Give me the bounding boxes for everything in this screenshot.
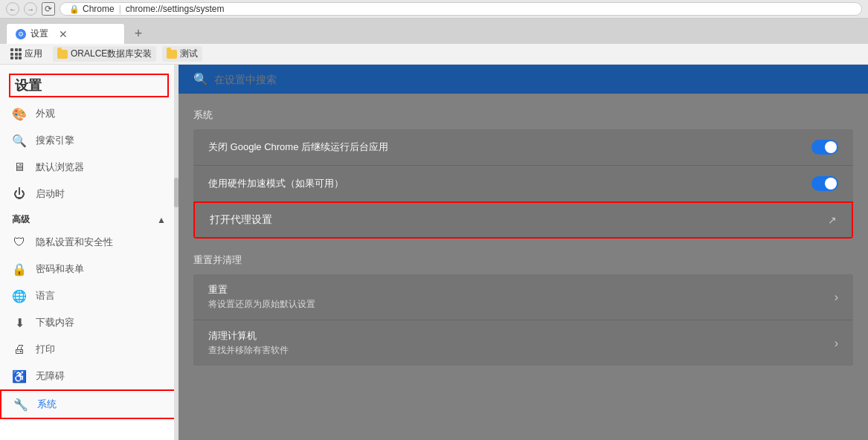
- passwords-icon: 🔒: [12, 262, 27, 276]
- sidebar-item-downloads[interactable]: ⬇ 下载内容: [0, 309, 178, 336]
- settings-content: 🔍 系统 关闭 Google Chrome 后继续运行后台应用 使用硬件加速模式…: [179, 65, 868, 440]
- default-browser-icon: 🖥: [12, 160, 27, 175]
- startup-icon: ⏻: [12, 187, 27, 201]
- main-area: 设置 🎨 外观 🔍 搜索引擎 🖥 默认浏览器 ⏻ 启动时: [0, 65, 868, 440]
- system-section-label: 系统: [193, 109, 853, 122]
- advanced-label: 高级: [12, 213, 30, 226]
- print-icon: 🖨: [12, 342, 27, 357]
- bookmark-oracle-label: ORALCE数据库安装: [71, 48, 152, 60]
- search-input[interactable]: [214, 74, 853, 85]
- sidebar-item-languages[interactable]: 🌐 语言: [0, 282, 178, 309]
- sidebar-title-box: 设置: [9, 74, 169, 97]
- bookmark-test[interactable]: 测试: [162, 46, 202, 62]
- title-bar: ← → ⟳ 🔒 Chrome | chrome://settings/syste…: [0, 0, 868, 19]
- search-icon: 🔍: [193, 72, 208, 86]
- system-label: 系统: [37, 398, 57, 411]
- sidebar-item-search[interactable]: 🔍 搜索引擎: [0, 127, 178, 154]
- proxy-label: 打开代理设置: [210, 213, 272, 227]
- system-icon: 🔧: [13, 397, 28, 412]
- cleanup-title: 清理计算机: [208, 329, 289, 343]
- reset-row-content: 重置 将设置还原为原始默认设置: [208, 283, 315, 311]
- sidebar: 设置 🎨 外观 🔍 搜索引擎 🖥 默认浏览器 ⏻ 启动时: [0, 65, 179, 419]
- sidebar-item-appearance[interactable]: 🎨 外观: [0, 100, 178, 127]
- reset-section-label: 重置并清理: [193, 253, 853, 267]
- apps-button[interactable]: 应用: [6, 46, 47, 62]
- cleanup-desc: 查找并移除有害软件: [208, 344, 289, 357]
- tab-label: 设置: [30, 28, 48, 40]
- downloads-icon: ⬇: [12, 315, 27, 330]
- reload-button[interactable]: ⟳: [42, 2, 55, 16]
- privacy-icon: 🛡: [12, 235, 27, 250]
- sidebar-item-accessibility[interactable]: ♿ 无障碍: [0, 363, 178, 389]
- sidebar-title: 设置: [15, 78, 42, 93]
- background-run-text: 关闭 Google Chrome 后继续运行后台应用: [208, 140, 388, 154]
- forward-button[interactable]: →: [24, 2, 37, 16]
- apps-grid-icon: [10, 48, 22, 59]
- reset-row[interactable]: 重置 将设置还原为原始默认设置 ›: [193, 274, 853, 320]
- startup-label: 启动时: [36, 187, 65, 201]
- folder-icon-2: [167, 50, 177, 59]
- privacy-label: 隐私设置和安全性: [36, 236, 113, 249]
- security-icon: 🔒: [69, 4, 80, 14]
- scroll-track: [174, 65, 179, 440]
- tab-favicon: ⚙: [16, 29, 26, 39]
- bookmark-oracle[interactable]: ORALCE数据库安装: [53, 46, 156, 62]
- search-label: 搜索引擎: [36, 134, 74, 147]
- settings-body: 系统 关闭 Google Chrome 后继续运行后台应用 使用硬件加速模式（如…: [179, 94, 868, 395]
- chrome-label: Chrome: [83, 4, 115, 14]
- browser-frame: ← → ⟳ 🔒 Chrome | chrome://settings/syste…: [0, 0, 868, 440]
- url-bar[interactable]: 🔒 Chrome | chrome://settings/system: [60, 2, 862, 16]
- new-tab-button[interactable]: +: [128, 23, 149, 44]
- external-link-icon: ↗: [828, 214, 837, 226]
- appearance-label: 外观: [36, 107, 55, 120]
- cleanup-row-content: 清理计算机 查找并移除有害软件: [208, 329, 289, 357]
- tab-close-icon[interactable]: ✕: [59, 28, 68, 40]
- passwords-label: 密码和表单: [36, 262, 84, 276]
- tab-bar: ⚙ 设置 ✕ +: [0, 19, 868, 44]
- url-display: chrome://settings/system: [126, 4, 225, 14]
- reset-title: 重置: [208, 283, 315, 297]
- hardware-accel-row: 使用硬件加速模式（如果可用）: [193, 166, 853, 201]
- search-engine-icon: 🔍: [12, 133, 27, 148]
- appearance-icon: 🎨: [12, 106, 27, 121]
- cleanup-chevron-icon: ›: [835, 337, 838, 350]
- languages-label: 语言: [36, 289, 55, 302]
- hardware-accel-text: 使用硬件加速模式（如果可用）: [208, 177, 344, 190]
- downloads-label: 下载内容: [36, 316, 74, 329]
- sidebar-wrapper: 设置 🎨 外观 🔍 搜索引擎 🖥 默认浏览器 ⏻ 启动时: [0, 65, 179, 440]
- settings-tab[interactable]: ⚙ 设置 ✕: [6, 23, 125, 44]
- background-run-row: 关闭 Google Chrome 后继续运行后台应用: [193, 129, 853, 166]
- reset-settings-card: 重置 将设置还原为原始默认设置 › 清理计算机 查找并移除有害软件 ›: [193, 274, 853, 366]
- reset-desc: 将设置还原为原始默认设置: [208, 298, 315, 311]
- print-label: 打印: [36, 343, 55, 356]
- sidebar-item-print[interactable]: 🖨 打印: [0, 336, 178, 363]
- advanced-section: 高级 ▲: [0, 207, 178, 229]
- bookmark-test-label: 测试: [180, 48, 198, 60]
- advanced-arrow-icon: ▲: [157, 215, 166, 225]
- sidebar-item-system[interactable]: 🔧 系统: [0, 389, 178, 419]
- sidebar-item-startup[interactable]: ⏻ 启动时: [0, 181, 178, 207]
- accessibility-icon: ♿: [12, 369, 27, 384]
- proxy-row[interactable]: 打开代理设置 ↗: [193, 201, 853, 239]
- sidebar-item-privacy[interactable]: 🛡 隐私设置和安全性: [0, 229, 178, 256]
- reset-chevron-icon: ›: [835, 291, 838, 304]
- cleanup-row[interactable]: 清理计算机 查找并移除有害软件 ›: [193, 320, 853, 366]
- system-settings-card: 关闭 Google Chrome 后继续运行后台应用 使用硬件加速模式（如果可用…: [193, 129, 853, 239]
- default-browser-label: 默认浏览器: [36, 161, 84, 174]
- back-button[interactable]: ←: [6, 2, 19, 16]
- bookmarks-bar: 应用 ORALCE数据库安装 测试: [0, 44, 868, 65]
- sidebar-item-passwords[interactable]: 🔒 密码和表单: [0, 256, 178, 282]
- hardware-accel-toggle[interactable]: [811, 176, 838, 191]
- folder-icon: [57, 50, 68, 59]
- background-run-toggle[interactable]: [811, 140, 838, 155]
- languages-icon: 🌐: [12, 288, 27, 303]
- scroll-thumb[interactable]: [174, 178, 179, 207]
- accessibility-label: 无障碍: [36, 369, 65, 383]
- search-bar: 🔍: [179, 65, 868, 94]
- sidebar-item-default-browser[interactable]: 🖥 默认浏览器: [0, 154, 178, 181]
- apps-label: 应用: [25, 48, 42, 60]
